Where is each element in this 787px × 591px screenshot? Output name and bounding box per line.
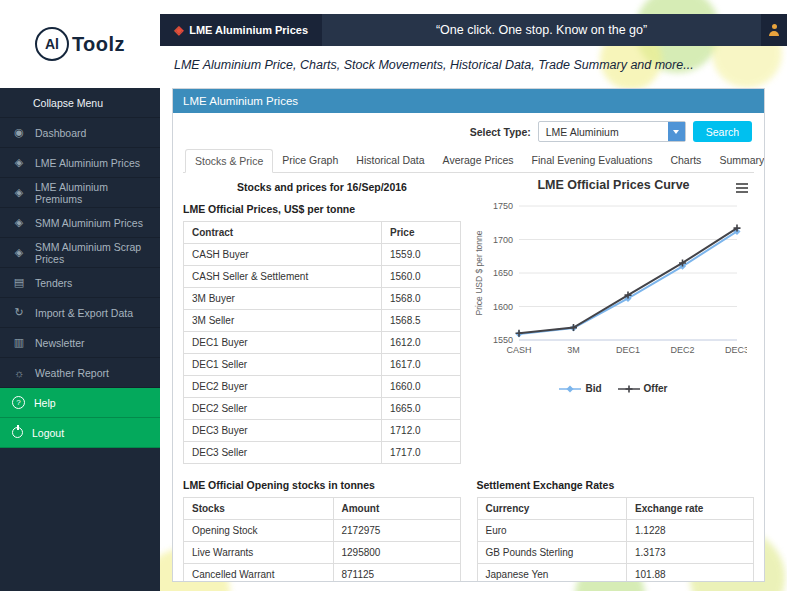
prices-column: Stocks and prices for 16/Sep/2016 LME Of… xyxy=(183,176,461,464)
table-cell: 1712.0 xyxy=(382,420,461,442)
question-icon: ? xyxy=(12,396,25,409)
sidebar-item-newsletter[interactable]: ▥Newsletter xyxy=(0,328,160,358)
sidebar-item-lme-aluminium-premiums[interactable]: ◈LME Aluminium Premiums xyxy=(0,178,160,208)
table-header-row: Currency Exchange rate xyxy=(477,498,754,520)
sidebar-item-label: Weather Report xyxy=(35,367,109,379)
price-chart: 15501600165017001750CASH3MDEC1DEC2DEC3Pr… xyxy=(473,192,754,382)
tab-bar: Stocks & PricePrice GraphHistorical Data… xyxy=(183,149,754,173)
sidebar-item-label: Help xyxy=(34,397,56,409)
user-icon[interactable] xyxy=(761,14,787,46)
tab-historical-data[interactable]: Historical Data xyxy=(347,149,433,173)
table-cell: 2172975 xyxy=(333,520,460,542)
table-cell: 1665.0 xyxy=(382,398,461,420)
table-cell: DEC3 Seller xyxy=(184,442,382,464)
table-row: Euro1.1228 xyxy=(477,520,754,542)
table-row: DEC2 Seller1665.0 xyxy=(184,398,461,420)
sidebar-item-import-export-data[interactable]: ↻Import & Export Data xyxy=(0,298,160,328)
table-cell: 3M Seller xyxy=(184,310,382,332)
table-row: Live Warrants1295800 xyxy=(184,542,461,564)
search-button[interactable]: Search xyxy=(693,121,752,142)
tab-summary[interactable]: Summary xyxy=(710,149,764,173)
sidebar-item-collapse-menu[interactable]: Collapse Menu xyxy=(0,88,160,118)
menu-icon xyxy=(12,98,24,108)
table-cell: 1560.0 xyxy=(382,266,461,288)
sidebar-item-lme-aluminium-prices[interactable]: ◈LME Aluminium Prices xyxy=(0,148,160,178)
sidebar-item-label: SMM Aluminium Prices xyxy=(35,217,143,229)
svg-text:DEC3: DEC3 xyxy=(725,345,747,355)
svg-text:CASH: CASH xyxy=(506,345,531,355)
table-row: Opening Stock2172975 xyxy=(184,520,461,542)
sidebar-item-weather-report[interactable]: ☼Weather Report xyxy=(0,358,160,388)
table-cell: Japanese Yen xyxy=(477,564,627,582)
legend-item-offer[interactable]: Offer xyxy=(618,383,668,394)
svg-text:DEC2: DEC2 xyxy=(670,345,694,355)
file-alt-icon: ▥ xyxy=(12,336,26,349)
column-header: Currency xyxy=(477,498,627,520)
svg-text:1600: 1600 xyxy=(493,302,513,312)
table-cell: DEC1 Buyer xyxy=(184,332,382,354)
power-icon xyxy=(12,427,23,438)
select-type-label: Select Type: xyxy=(470,126,531,138)
column-header: Stocks xyxy=(184,498,334,520)
table-cell: CASH Seller & Settlement xyxy=(184,266,382,288)
panel-title: LME Aluminium Prices xyxy=(173,89,764,113)
tag-icon: ◈ xyxy=(12,216,26,229)
sidebar-item-label: Collapse Menu xyxy=(33,97,103,109)
table-row: GB Pounds Sterling1.3173 xyxy=(477,542,754,564)
sidebar-item-smm-aluminium-prices[interactable]: ◈SMM Aluminium Prices xyxy=(0,208,160,238)
table-row: Cancelled Warrant871125 xyxy=(184,564,461,582)
chart-menu-icon[interactable] xyxy=(734,181,750,195)
select-type-value: LME Aluminium xyxy=(546,126,619,138)
table-row: DEC3 Seller1717.0 xyxy=(184,442,461,464)
legend-item-bid[interactable]: Bid xyxy=(559,383,601,394)
tab-average-prices[interactable]: Average Prices xyxy=(434,149,523,173)
sidebar-item-logout[interactable]: Logout xyxy=(0,418,160,448)
table-header-row: Contract Price xyxy=(184,222,461,244)
sidebar-item-label: SMM Aluminium Scrap Prices xyxy=(35,241,148,265)
table-row: 3M Seller1568.5 xyxy=(184,310,461,332)
person-icon xyxy=(768,24,780,36)
tab-final-evening-evaluations[interactable]: Final Evening Evaluations xyxy=(523,149,662,173)
panel-body: Select Type: LME Aluminium Search Stocks… xyxy=(173,113,764,581)
column-header: Amount xyxy=(333,498,460,520)
column-header: Exchange rate xyxy=(627,498,754,520)
sidebar-item-help[interactable]: ?Help xyxy=(0,388,160,418)
topbar-tab-label: LME Aluminium Prices xyxy=(189,24,308,36)
table-cell: Opening Stock xyxy=(184,520,334,542)
page: Al Toolz LME Aluminium Prices “One click… xyxy=(0,0,787,591)
svg-text:1650: 1650 xyxy=(493,268,513,278)
sidebar-item-tenders[interactable]: ▤Tenders xyxy=(0,268,160,298)
tag-icon: ◈ xyxy=(12,246,26,259)
sidebar-item-label: Import & Export Data xyxy=(35,307,133,319)
table-row: CASH Seller & Settlement1560.0 xyxy=(184,266,461,288)
prices-table: Contract Price CASH Buyer1559.0CASH Sell… xyxy=(183,221,461,464)
table-cell: Euro xyxy=(477,520,627,542)
prices-table-title: LME Official Prices, US$ per tonne xyxy=(183,203,461,215)
sidebar-item-dashboard[interactable]: ◉Dashboard xyxy=(0,118,160,148)
stocks-table-body: Opening Stock2172975Live Warrants1295800… xyxy=(184,520,461,582)
svg-text:1750: 1750 xyxy=(493,201,513,211)
file-icon: ▤ xyxy=(12,276,26,289)
sidebar-item-label: Dashboard xyxy=(35,127,86,139)
rates-column: Settlement Exchange Rates Currency Excha… xyxy=(477,476,755,581)
select-type-dropdown[interactable]: LME Aluminium xyxy=(538,121,686,142)
tab-stocks-price[interactable]: Stocks & Price xyxy=(185,149,273,173)
table-row: Japanese Yen101.88 xyxy=(477,564,754,582)
tab-price-graph[interactable]: Price Graph xyxy=(273,149,347,173)
column-header: Price xyxy=(382,222,461,244)
tag-icon: ◈ xyxy=(12,186,26,199)
table-cell: CASH Buyer xyxy=(184,244,382,266)
tab-charts[interactable]: Charts xyxy=(661,149,710,173)
sidebar-item-smm-aluminium-scrap-prices[interactable]: ◈SMM Aluminium Scrap Prices xyxy=(0,238,160,268)
topbar-active-tab[interactable]: LME Aluminium Prices xyxy=(160,14,322,46)
svg-text:Price USD $ per tonne: Price USD $ per tonne xyxy=(474,230,484,315)
controls-row: Select Type: LME Aluminium Search xyxy=(183,117,754,149)
column-header: Contract xyxy=(184,222,382,244)
table-cell: DEC3 Buyer xyxy=(184,420,382,442)
table-row: DEC1 Seller1617.0 xyxy=(184,354,461,376)
table-cell: DEC2 Buyer xyxy=(184,376,382,398)
content-row-bottom: LME Official Opening stocks in tonnes St… xyxy=(183,476,754,581)
table-row: DEC3 Buyer1712.0 xyxy=(184,420,461,442)
svg-text:3M: 3M xyxy=(567,345,580,355)
stocks-table-title: LME Official Opening stocks in tonnes xyxy=(183,479,461,491)
